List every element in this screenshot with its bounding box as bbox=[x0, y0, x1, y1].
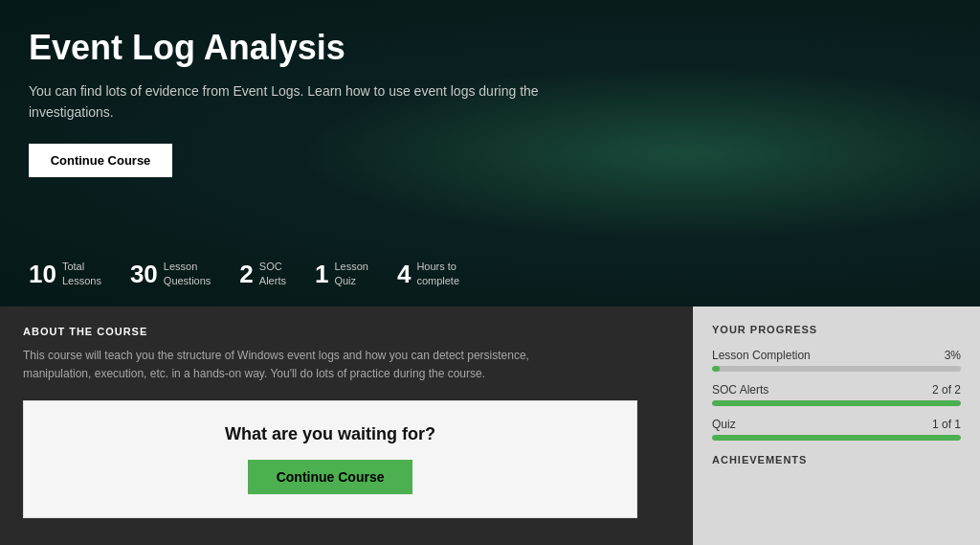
progress-item: Lesson Completion 3% bbox=[712, 349, 961, 372]
progress-label: Lesson Completion bbox=[712, 349, 811, 362]
stat-item: 1Lesson Quiz bbox=[315, 260, 368, 287]
stat-item: 2SOC Alerts bbox=[239, 260, 286, 287]
progress-item: Quiz 1 of 1 bbox=[712, 418, 961, 441]
progress-bar-bg bbox=[712, 366, 961, 372]
stat-label: Total Lessons bbox=[62, 260, 101, 287]
continue-course-button-hero[interactable]: Continue Course bbox=[29, 144, 172, 177]
progress-section-title: YOUR PROGRESS bbox=[712, 324, 961, 335]
about-title: ABOUT THE COURSE bbox=[23, 326, 670, 337]
stat-label: SOC Alerts bbox=[259, 260, 286, 287]
stat-item: 30Lesson Questions bbox=[130, 260, 211, 287]
about-description: This course will teach you the structure… bbox=[23, 347, 597, 383]
progress-bar-fill bbox=[712, 435, 961, 441]
stat-number: 1 bbox=[315, 261, 328, 286]
stat-number: 30 bbox=[130, 261, 158, 286]
bottom-section: ABOUT THE COURSE This course will teach … bbox=[0, 307, 980, 545]
stat-label: Hours to complete bbox=[416, 260, 459, 287]
hero-section: Event Log Analysis You can find lots of … bbox=[0, 0, 980, 307]
hero-description: You can find lots of evidence from Event… bbox=[29, 80, 565, 124]
progress-value: 2 of 2 bbox=[932, 383, 961, 397]
achievements-title: ACHIEVEMENTS bbox=[712, 454, 961, 466]
continue-course-button-cta[interactable]: Continue Course bbox=[248, 460, 413, 494]
progress-label: Quiz bbox=[712, 418, 736, 431]
cta-title: What are you waiting for? bbox=[225, 424, 435, 444]
stat-number: 4 bbox=[397, 261, 411, 286]
progress-bar-bg bbox=[712, 400, 961, 406]
progress-value: 1 of 1 bbox=[932, 418, 961, 431]
stat-label: Lesson Quiz bbox=[334, 260, 368, 287]
right-panel: YOUR PROGRESS Lesson Completion 3% SOC A… bbox=[693, 307, 980, 545]
cta-box: What are you waiting for? Continue Cours… bbox=[23, 400, 637, 518]
stat-item: 10Total Lessons bbox=[29, 260, 101, 287]
progress-item: SOC Alerts 2 of 2 bbox=[712, 383, 961, 406]
left-panel: ABOUT THE COURSE This course will teach … bbox=[0, 307, 693, 545]
stat-number: 2 bbox=[239, 261, 253, 286]
progress-bar-fill bbox=[712, 400, 961, 406]
stat-number: 10 bbox=[29, 261, 56, 286]
progress-bar-bg bbox=[712, 435, 961, 441]
progress-items: Lesson Completion 3% SOC Alerts 2 of 2 Q… bbox=[712, 349, 961, 441]
stat-item: 4Hours to complete bbox=[397, 260, 459, 287]
progress-label: SOC Alerts bbox=[712, 383, 768, 397]
stat-label: Lesson Questions bbox=[164, 260, 212, 287]
progress-bar-fill bbox=[712, 366, 720, 372]
progress-value: 3% bbox=[945, 349, 961, 362]
page-title: Event Log Analysis bbox=[29, 29, 951, 67]
stats-bar: 10Total Lessons30Lesson Questions2SOC Al… bbox=[29, 242, 951, 287]
